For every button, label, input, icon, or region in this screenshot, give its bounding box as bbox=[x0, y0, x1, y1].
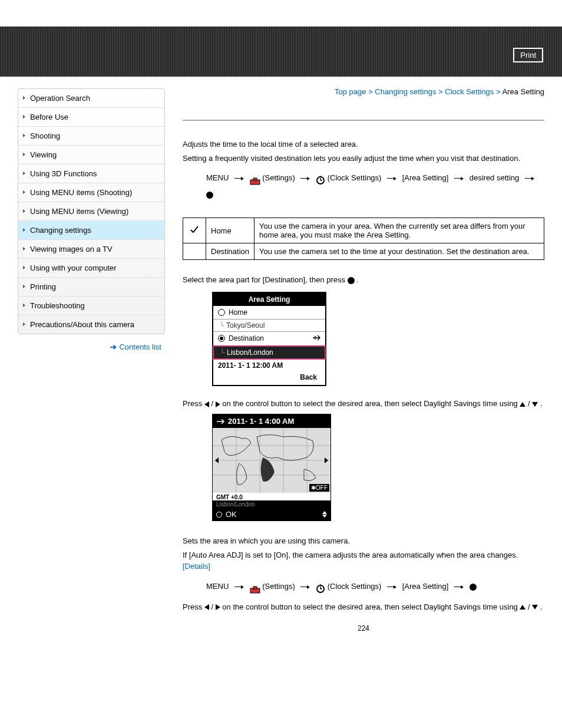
ss1-back: Back bbox=[213, 372, 325, 385]
nav-area: [Area Setting] bbox=[402, 173, 449, 182]
instr-text: Select the area part for [Destination], … bbox=[183, 275, 348, 284]
triangle-left-icon bbox=[204, 604, 209, 610]
sec3-p1: Sets the area in which you are using thi… bbox=[183, 535, 544, 547]
nav-area: [Area Setting] bbox=[402, 582, 449, 591]
ss1-home-city: Tokyo/Seoul bbox=[213, 319, 325, 332]
arrow-icon bbox=[300, 170, 310, 187]
instr-text: Press bbox=[183, 399, 204, 408]
sidebar-item-printing[interactable]: Printing bbox=[18, 278, 164, 297]
ss2-date: 2011- 1- 1 4:00 AM bbox=[228, 417, 294, 426]
plane-icon bbox=[216, 418, 224, 425]
sidebar-list: Operation Search Before Use Shooting Vie… bbox=[18, 88, 165, 334]
plane-icon bbox=[312, 334, 320, 343]
options-table: Home You use the camera in your area. Wh… bbox=[183, 218, 544, 260]
intro-p2: Setting a frequently visited destination… bbox=[183, 153, 544, 164]
nav-settings: (Settings) bbox=[262, 582, 295, 591]
area-setting-screenshot: Area Setting Home Tokyo/Seoul Destinatio… bbox=[212, 292, 326, 386]
arrow-icon bbox=[387, 578, 396, 595]
option-desc: You use the camera set to the time at yo… bbox=[254, 243, 544, 260]
instr-text: . bbox=[540, 602, 543, 611]
ss1-title: Area Setting bbox=[213, 293, 325, 306]
instruction-3: Press / on the control button to select … bbox=[183, 601, 544, 613]
divider bbox=[183, 120, 544, 121]
sidebar-item-computer[interactable]: Using with your computer bbox=[18, 259, 164, 278]
clock-icon bbox=[316, 174, 325, 183]
breadcrumb-clock[interactable]: Clock Settings bbox=[445, 87, 494, 96]
arrow-icon bbox=[234, 170, 244, 187]
select-dot-icon bbox=[206, 192, 213, 199]
breadcrumb-current: Area Setting bbox=[502, 87, 544, 96]
header-bar: Print bbox=[0, 27, 562, 77]
sidebar-item-3d[interactable]: Using 3D Functions bbox=[18, 164, 164, 183]
nav-clock: (Clock Settings) bbox=[328, 582, 382, 591]
instr-text: on the control button to select the desi… bbox=[222, 399, 520, 408]
select-dot-icon bbox=[470, 584, 477, 591]
instr-text: . bbox=[356, 275, 359, 284]
triangle-up-icon bbox=[520, 402, 525, 407]
check-cell bbox=[183, 218, 206, 243]
sidebar-item-menu-shooting[interactable]: Using MENU items (Shooting) bbox=[18, 183, 164, 202]
instr-text: / bbox=[211, 602, 215, 611]
sidebar-item-tv[interactable]: Viewing images on a TV bbox=[18, 240, 164, 259]
triangle-right-icon bbox=[216, 604, 220, 610]
nav-menu: MENU bbox=[206, 173, 229, 182]
sidebar-item-operation-search[interactable]: Operation Search bbox=[18, 89, 164, 108]
arrow-icon bbox=[234, 578, 244, 595]
instr-text: / bbox=[528, 602, 532, 611]
breadcrumb: Top page > Changing settings > Clock Set… bbox=[183, 87, 544, 96]
up-down-icon bbox=[322, 511, 327, 518]
option-name: Destination bbox=[206, 243, 254, 260]
sec3-text: If [Auto Area ADJ] is set to [On], the c… bbox=[183, 551, 518, 559]
nav-desired: desired setting bbox=[470, 173, 520, 182]
ss2-top-bar: 2011- 1- 1 4:00 AM bbox=[213, 414, 330, 428]
menu-path-2: MENU (Settings) (Clock Settings) [Area S… bbox=[206, 578, 544, 595]
instr-text: / bbox=[528, 399, 532, 408]
table-row: Destination You use the camera set to th… bbox=[183, 243, 544, 260]
ss1-home-row: Home bbox=[213, 306, 325, 319]
ss1-dest-label: Destination bbox=[229, 334, 264, 342]
ss2-gmt: GMT +0.0 bbox=[213, 493, 330, 500]
details-link[interactable]: [Details] bbox=[183, 562, 210, 571]
sidebar-item-menu-viewing[interactable]: Using MENU items (Viewing) bbox=[18, 202, 164, 221]
settings-icon bbox=[250, 174, 260, 183]
sidebar-item-changing-settings[interactable]: Changing settings bbox=[18, 221, 164, 240]
menu-path-1: MENU (Settings) (Clock Settings) [Area S… bbox=[206, 170, 544, 203]
sidebar-item-shooting[interactable]: Shooting bbox=[18, 127, 164, 146]
sidebar-item-precautions[interactable]: Precautions/About this camera bbox=[18, 315, 164, 334]
arrow-icon bbox=[454, 578, 464, 595]
sidebar-item-troubleshooting[interactable]: Troubleshooting bbox=[18, 297, 164, 315]
checkmark-icon bbox=[190, 225, 199, 235]
ss1-dest-city: Lisbon/London bbox=[213, 345, 326, 360]
arrow-icon bbox=[525, 170, 534, 187]
breadcrumb-changing[interactable]: Changing settings bbox=[375, 87, 436, 96]
ss2-ok-bar: OK bbox=[213, 508, 330, 521]
instr-text: on the control button to select the desi… bbox=[222, 602, 520, 611]
triangle-down-icon bbox=[532, 605, 538, 610]
radio-filled-icon bbox=[218, 335, 225, 342]
triangle-right-icon bbox=[216, 401, 220, 407]
instruction-1: Select the area part for [Destination], … bbox=[183, 274, 544, 286]
instr-text: / bbox=[211, 399, 215, 408]
print-button[interactable]: Print bbox=[513, 48, 543, 62]
ss2-ok-label: OK bbox=[226, 510, 237, 519]
intro-p1: Adjusts the time to the local time of a … bbox=[183, 139, 544, 150]
sidebar-item-viewing[interactable]: Viewing bbox=[18, 146, 164, 164]
main-content: Top page > Changing settings > Clock Set… bbox=[165, 77, 544, 644]
settings-icon bbox=[250, 583, 260, 591]
arrow-icon bbox=[387, 170, 396, 187]
contents-list-link[interactable]: ➔Contents list bbox=[18, 342, 161, 351]
triangle-up-icon bbox=[520, 605, 525, 610]
radio-empty-icon bbox=[218, 309, 225, 316]
nav-clock: (Clock Settings) bbox=[328, 173, 382, 182]
triangle-left-icon bbox=[204, 401, 209, 407]
ss1-home-label: Home bbox=[229, 308, 247, 317]
sidebar-item-before-use[interactable]: Before Use bbox=[18, 108, 164, 127]
dst-off-badge: ✱OFF bbox=[309, 484, 329, 492]
nav-menu: MENU bbox=[206, 582, 229, 591]
instr-text: . bbox=[540, 399, 543, 408]
svg-rect-12 bbox=[253, 587, 257, 589]
nav-settings: (Settings) bbox=[262, 173, 295, 182]
triangle-down-icon bbox=[532, 402, 538, 407]
breadcrumb-top[interactable]: Top page bbox=[335, 87, 366, 96]
sec3-p2: If [Auto Area ADJ] is set to [On], the c… bbox=[183, 549, 544, 572]
